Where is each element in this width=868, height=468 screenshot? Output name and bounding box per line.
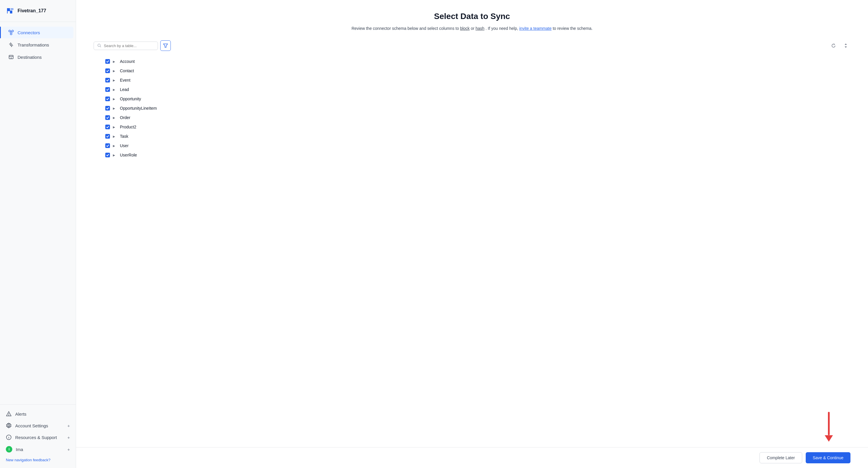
account-settings-label: Account Settings (15, 423, 48, 428)
table-row[interactable]: ▶ Account (105, 57, 850, 66)
svg-point-2 (10, 33, 12, 35)
svg-point-6 (10, 44, 12, 45)
table-row[interactable]: ▶ Order (105, 113, 850, 122)
table-checkbox-order[interactable] (105, 115, 110, 120)
refresh-button[interactable] (829, 41, 838, 50)
invite-teammate-link[interactable]: invite a teammate (519, 26, 552, 31)
table-row[interactable]: ▶ User (105, 141, 850, 150)
expand-arrow-event[interactable]: ▶ (113, 79, 117, 82)
save-continue-button[interactable]: Save & Continue (806, 452, 850, 463)
table-row[interactable]: ▶ Task (105, 132, 850, 141)
table-row[interactable]: ▶ Product2 (105, 122, 850, 132)
table-row[interactable]: ▶ Opportunity (105, 94, 850, 103)
toolbar-right (829, 41, 850, 50)
subtitle-suffix: to review the schema. (552, 26, 592, 31)
expand-arrow-opportunity[interactable]: ▶ (113, 97, 117, 101)
table-name-lead: Lead (120, 87, 129, 92)
table-checkbox-opportunitylineitem[interactable] (105, 106, 110, 111)
table-name-event: Event (120, 78, 130, 83)
subtitle-prefix: Review the connector schema below and se… (351, 26, 460, 31)
sidebar-logo: Fivetran_177 (0, 0, 76, 22)
expand-arrow-contact[interactable]: ▶ (113, 69, 117, 72)
toolbar-left (94, 40, 171, 51)
svg-point-0 (9, 30, 10, 32)
sidebar-item-user[interactable]: I Ima + (0, 443, 76, 456)
table-checkbox-user[interactable] (105, 143, 110, 148)
svg-line-16 (100, 46, 101, 48)
table-row[interactable]: ▶ Contact (105, 66, 850, 75)
expand-arrow-userrole[interactable]: ▶ (113, 154, 117, 157)
page-subtitle: Review the connector schema below and se… (94, 25, 850, 32)
table-checkbox-opportunity[interactable] (105, 96, 110, 101)
block-link[interactable]: block (460, 26, 470, 31)
table-checkbox-task[interactable] (105, 134, 110, 138)
table-checkbox-event[interactable] (105, 78, 110, 83)
table-checkbox-userrole[interactable] (105, 153, 110, 157)
refresh-icon (831, 43, 836, 48)
collapse-button[interactable] (841, 41, 850, 50)
sidebar-item-alerts[interactable]: Alerts (0, 408, 76, 420)
alerts-label: Alerts (15, 411, 26, 416)
toolbar (94, 40, 850, 51)
connectors-icon (8, 30, 14, 35)
table-name-userrole: UserRole (120, 153, 137, 157)
subtitle-middle: . If you need help, (484, 26, 519, 31)
destinations-label: Destinations (18, 55, 42, 60)
expand-arrow-opportunitylineitem[interactable]: ▶ (113, 107, 117, 110)
table-list: ▶ Account ▶ Contact ▶ Event (94, 57, 850, 160)
user-label: Ima (16, 447, 23, 452)
account-settings-expand-icon: + (67, 423, 70, 428)
table-name-product2: Product2 (120, 125, 136, 129)
table-name-opportunitylineitem: OpportunityLineItem (120, 106, 157, 111)
search-icon (97, 43, 101, 48)
table-checkbox-lead[interactable] (105, 87, 110, 92)
svg-point-10 (9, 415, 9, 415)
sidebar-bottom: Alerts Account Settings + Resources & Su… (0, 404, 76, 468)
table-name-opportunity: Opportunity (120, 96, 141, 101)
sidebar-item-resources-support[interactable]: Resources & Support + (0, 431, 76, 443)
info-icon (6, 434, 12, 440)
destinations-icon (8, 54, 14, 60)
table-checkbox-contact[interactable] (105, 68, 110, 73)
expand-arrow-account[interactable]: ▶ (113, 60, 117, 63)
main-scroll-area: Select Data to Sync Review the connector… (76, 0, 868, 447)
table-row[interactable]: ▶ UserRole (105, 150, 850, 160)
svg-marker-17 (163, 44, 167, 48)
svg-point-1 (12, 30, 13, 32)
collapse-icon (843, 43, 848, 48)
subtitle-or: or (470, 26, 475, 31)
alert-icon (6, 411, 12, 417)
hash-link[interactable]: hash (475, 26, 484, 31)
search-wrapper (94, 41, 158, 50)
sidebar-item-destinations[interactable]: Destinations (2, 51, 73, 63)
table-name-task: Task (120, 134, 128, 138)
search-input[interactable] (104, 43, 154, 48)
table-row[interactable]: ▶ Lead (105, 85, 850, 94)
app-title: Fivetran_177 (18, 8, 46, 13)
expand-arrow-task[interactable]: ▶ (113, 135, 117, 138)
filter-icon (163, 43, 168, 48)
table-checkbox-account[interactable] (105, 59, 110, 64)
main-content-area: Select Data to Sync Review the connector… (76, 0, 868, 468)
transformations-icon (8, 42, 14, 48)
table-name-account: Account (120, 59, 135, 64)
table-row[interactable]: ▶ Event (105, 75, 850, 85)
sidebar-item-connectors[interactable]: Connectors (2, 27, 73, 38)
expand-arrow-lead[interactable]: ▶ (113, 88, 117, 91)
resources-support-label: Resources & Support (15, 435, 57, 440)
table-row[interactable]: ▶ OpportunityLineItem (105, 103, 850, 113)
filter-button[interactable] (160, 40, 171, 51)
transformations-label: Transformations (18, 42, 49, 48)
expand-arrow-order[interactable]: ▶ (113, 116, 117, 119)
expand-arrow-product2[interactable]: ▶ (113, 125, 117, 129)
complete-later-button[interactable]: Complete Later (760, 452, 802, 463)
table-checkbox-product2[interactable] (105, 125, 110, 129)
sidebar-item-account-settings[interactable]: Account Settings + (0, 420, 76, 431)
svg-point-15 (98, 44, 100, 47)
sidebar-item-transformations[interactable]: Transformations (2, 39, 73, 51)
expand-arrow-user[interactable]: ▶ (113, 144, 117, 148)
feedback-link[interactable]: New navigation feedback? (0, 456, 76, 465)
user-expand-icon: + (67, 447, 70, 452)
svg-point-8 (11, 58, 12, 59)
resources-support-expand-icon: + (67, 435, 70, 440)
